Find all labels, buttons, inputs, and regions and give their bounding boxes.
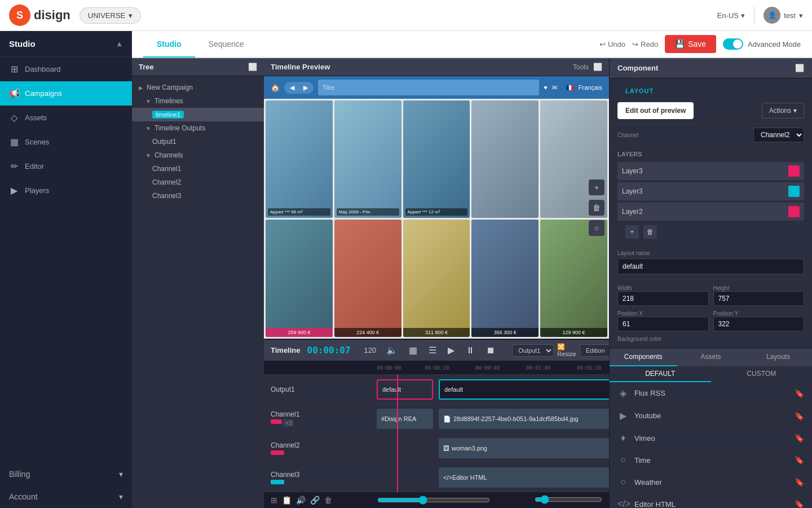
expand-icon[interactable]: ⬜ [593,63,602,71]
delete-button[interactable]: 🗑 [589,200,604,216]
tree-item-channels[interactable]: ▼ Channels [132,148,264,162]
pos-x-input[interactable] [617,317,709,331]
clip-channel3-1[interactable]: </>Editor HTML [439,467,609,488]
track-content-channel2[interactable]: 🖼 woman3.png [377,433,609,462]
minimize-icon[interactable]: ⬜ [795,64,804,72]
component-item-time[interactable]: ○ Time 🔖 [610,449,812,471]
tree-item-timeline1[interactable]: timeline1 [132,108,264,121]
component-item-flux-rss[interactable]: ◈ Flux RSS 🔖 [610,382,812,405]
layers-section: LAYERS Layer3 Layer3 Layer2 [610,146,812,246]
advanced-mode-toggle[interactable]: Advanced Mode [723,38,801,50]
user-menu[interactable]: 👤 test ▾ [764,7,803,24]
link-icon[interactable]: 🔗 [310,496,320,505]
tree-item-output1[interactable]: Output1 [132,135,264,148]
sidebar-item-campaigns[interactable]: 📢 Campaigns [0,81,132,106]
timeline-badge: timeline1 [152,111,184,119]
tab-components[interactable]: Components [610,348,677,366]
width-input[interactable] [617,291,709,306]
component-tabs: Components Assets Layouts [610,348,812,366]
flux-rss-icon: ◈ [617,388,629,398]
bookmark-icon[interactable]: 🔖 [795,411,804,421]
redo-icon: ↪ [632,40,638,49]
right-panel: Component ⬜ LAYOUT Edit out of preview A… [609,58,812,508]
audio-button[interactable]: 🔈 [383,344,401,357]
zoom-in-button[interactable]: + [589,179,604,195]
expand-icon[interactable]: ⬜ [248,63,257,71]
actions-button[interactable]: Actions ▾ [762,103,804,119]
clip-output1-1[interactable]: default [377,379,433,400]
sidebar: Studio ▲ ⊞ Dashboard 📢 Campaigns ◇ Asset… [0,31,132,508]
remove-layer-button[interactable]: 🗑 [643,225,657,239]
output-select[interactable]: Output1 [512,344,554,357]
tab-layouts[interactable]: Layouts [744,348,812,366]
pause-button[interactable]: ⏸ [462,344,478,357]
tab-studio[interactable]: Studio [143,32,195,58]
subtab-default[interactable]: DEFAULT [610,366,711,382]
universe-button[interactable]: UNIVERSE ▾ [80,7,141,24]
sidebar-item-assets[interactable]: ◇ Assets [0,106,132,130]
tree-item-timelines[interactable]: ▼ Timelines [132,94,264,108]
bookmark-icon[interactable]: 🔖 [795,478,804,487]
timeline-bottom: ⊞ 📋 🔊 🔗 🗑 [264,492,609,508]
tree-item-channel1[interactable]: Channel1 [132,162,264,176]
billing-group[interactable]: Billing ▾ [0,463,132,485]
clip-channel2-1[interactable]: 🖼 woman3.png [439,438,609,458]
track-label-channel2: Channel2 [264,441,377,455]
tree-item-timeline-outputs[interactable]: ▼ Timeline Outputs [132,121,264,135]
redo-button[interactable]: ↪ Redo [632,40,658,49]
sidebar-item-scenes[interactable]: ▦ Scenes [0,130,132,154]
channel-selector[interactable]: Channel2 [753,128,804,142]
height-input[interactable] [713,291,805,306]
layout-button[interactable]: ▦ [405,344,421,357]
sidebar-item-dashboard[interactable]: ⊞ Dashboard [0,57,132,81]
chevron-down-icon: ▾ [129,11,133,20]
tree-item-channel2[interactable]: Channel2 [132,176,264,189]
zoom-slider[interactable] [535,495,602,504]
list-button[interactable]: ☰ [425,344,440,357]
component-item-youtube[interactable]: ▶ Youtube 🔖 [610,405,812,427]
account-group[interactable]: Account ▾ [0,485,132,508]
language-selector[interactable]: En-US ▾ [717,11,745,20]
clip-output1-2[interactable]: default [439,379,609,400]
delete-icon[interactable]: 🗑 [324,496,332,505]
stop-button[interactable]: ⏹ [483,344,498,357]
component-subtabs: DEFAULT CUSTOM [610,366,812,382]
tab-assets[interactable]: Assets [677,348,745,366]
add-layer-button[interactable]: + [625,225,639,239]
bookmark-icon[interactable]: 🔖 [795,389,804,398]
tree-item-new-campaign[interactable]: ▶ New Campaign [132,81,264,94]
timeline-scrubber[interactable] [377,496,490,505]
track-content-channel1[interactable]: #Disign REA 📄 28d8894f-2257-4be0-b051-9a… [377,404,609,433]
save-button[interactable]: 💾 Save [665,35,716,53]
pos-y-input[interactable] [713,317,805,331]
bookmark-icon[interactable]: 🔖 [795,433,804,443]
edition-select[interactable]: Edition [580,344,609,357]
collapse-icon[interactable]: ▲ [116,40,123,48]
vimeo-icon: ♦ [617,433,629,443]
tree-item-channel3[interactable]: Channel3 [132,189,264,203]
sound-icon[interactable]: 🔊 [296,496,306,505]
edit-preview-button[interactable]: Edit out of preview [617,102,694,119]
circle-button[interactable]: ○ [589,220,604,236]
sidebar-item-players[interactable]: ▶ Players [0,178,132,203]
grid-icon[interactable]: ⊞ [271,496,277,505]
layout-name-input[interactable] [617,259,804,274]
subtab-custom[interactable]: CUSTOM [711,366,813,382]
clip-channel1-2[interactable]: 📄 28d8894f-2257-4be0-b051-9a1dcf585bd4.j… [439,409,609,429]
tab-sequence[interactable]: Sequence [195,32,258,58]
sidebar-item-editor[interactable]: ✏ Editor [0,154,132,178]
component-item-editor-html[interactable]: </> Editor HTML 🔖 [610,493,812,508]
component-item-vimeo[interactable]: ♦ Vimeo 🔖 [610,427,812,449]
copy-icon[interactable]: 📋 [282,496,292,505]
players-icon: ▶ [9,185,19,196]
triangle-icon: ▼ [145,125,151,132]
clip-channel1-1[interactable]: #Disign REA [377,409,433,429]
component-item-weather[interactable]: ○ Weather 🔖 [610,471,812,493]
track-content-channel3[interactable]: </>Editor HTML [377,463,609,492]
time-mark-2: 00:00:40 [475,365,500,371]
bookmark-icon[interactable]: 🔖 [795,500,804,508]
undo-button[interactable]: ↩ Undo [599,40,625,49]
play-button[interactable]: ▶ [444,344,458,357]
bookmark-icon[interactable]: 🔖 [795,456,804,465]
track-content-output1[interactable]: default default [377,375,609,404]
